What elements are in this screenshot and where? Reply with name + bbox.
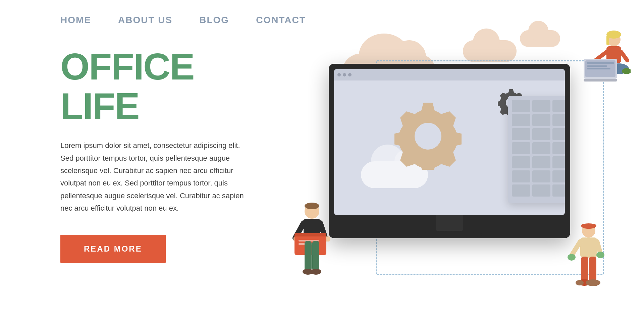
panel-cell bbox=[552, 128, 565, 140]
nav-blog[interactable]: BLOG bbox=[199, 15, 229, 25]
panel-cell bbox=[532, 128, 551, 140]
illustration-area bbox=[275, 20, 644, 322]
panel-cell bbox=[552, 142, 565, 154]
svg-rect-43 bbox=[584, 79, 617, 82]
nav-home[interactable]: HOME bbox=[60, 15, 91, 25]
panel-cell bbox=[552, 184, 565, 197]
svg-rect-20 bbox=[591, 225, 596, 227]
panel-cell bbox=[552, 156, 565, 168]
svg-line-40 bbox=[621, 52, 627, 60]
panel-cell bbox=[532, 184, 551, 197]
hero-description: Lorem ipsum dolor sit amet, consectetur … bbox=[60, 139, 255, 214]
monitor-base bbox=[416, 231, 483, 238]
browser-dot-3 bbox=[348, 73, 352, 76]
svg-point-16 bbox=[311, 269, 321, 275]
panel-cell bbox=[532, 156, 551, 168]
navigation: HOME ABOUT US BLOG CONTACT bbox=[0, 0, 644, 40]
svg-point-29 bbox=[586, 279, 600, 286]
panel-cell bbox=[532, 142, 551, 154]
panel-cell bbox=[532, 114, 551, 126]
hero-content: OFFICE LIFE Lorem ipsum dolor sit amet, … bbox=[60, 47, 255, 263]
panel-cell bbox=[512, 114, 530, 126]
panel-cell bbox=[512, 100, 530, 112]
svg-rect-26 bbox=[581, 257, 588, 282]
browser-bar bbox=[334, 69, 565, 80]
panel-cell bbox=[552, 100, 565, 112]
panel-cell bbox=[552, 114, 565, 126]
person-kneeling bbox=[567, 221, 610, 295]
panel-cell bbox=[512, 170, 530, 182]
panel-cell bbox=[512, 128, 530, 140]
gear-large bbox=[394, 103, 462, 170]
svg-rect-45 bbox=[587, 65, 607, 67]
panel-cell bbox=[512, 156, 530, 168]
panel-cell bbox=[532, 100, 551, 112]
svg-line-22 bbox=[572, 241, 580, 255]
svg-rect-27 bbox=[589, 257, 596, 282]
svg-rect-21 bbox=[580, 237, 597, 258]
svg-point-3 bbox=[305, 203, 319, 209]
read-more-button[interactable]: READ MORE bbox=[60, 235, 166, 263]
svg-rect-44 bbox=[587, 62, 614, 64]
monitor-stand bbox=[436, 215, 463, 230]
svg-point-30 bbox=[576, 280, 584, 285]
screen-right-panel bbox=[508, 96, 565, 203]
panel-cell bbox=[512, 142, 530, 154]
panel-cell bbox=[512, 184, 530, 197]
svg-line-23 bbox=[597, 241, 600, 253]
nav-about[interactable]: ABOUT US bbox=[118, 15, 172, 25]
svg-rect-13 bbox=[305, 241, 312, 271]
svg-rect-14 bbox=[312, 241, 319, 271]
browser-dot-1 bbox=[337, 73, 341, 76]
cloud-2 bbox=[463, 40, 517, 62]
hero-title: OFFICE LIFE bbox=[60, 47, 255, 126]
panel-cell bbox=[552, 170, 565, 182]
nav-contact[interactable]: CONTACT bbox=[256, 15, 306, 25]
monitor-frame bbox=[329, 64, 570, 238]
monitor-screen bbox=[334, 69, 565, 215]
svg-rect-46 bbox=[587, 68, 610, 69]
svg-point-24 bbox=[568, 254, 576, 261]
panel-cell bbox=[532, 170, 551, 182]
browser-dot-2 bbox=[343, 73, 346, 76]
svg-rect-10 bbox=[294, 233, 326, 236]
svg-point-25 bbox=[596, 252, 604, 258]
person-standing bbox=[292, 201, 332, 295]
